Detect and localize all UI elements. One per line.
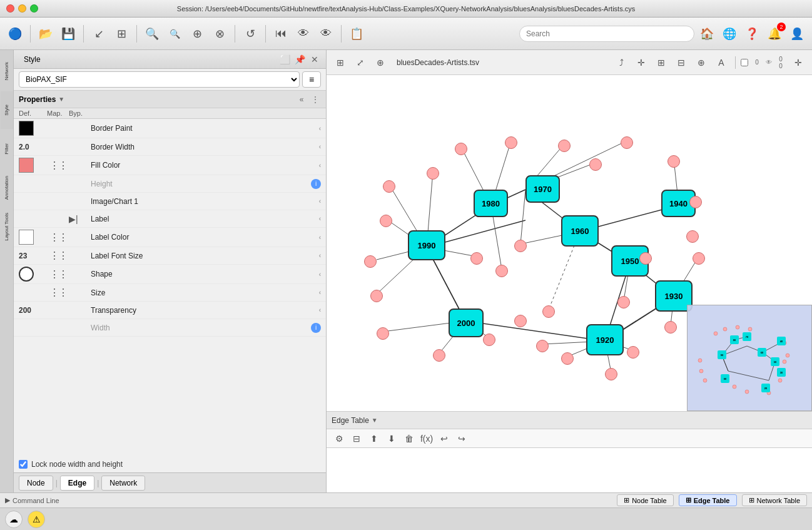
network-side-icon[interactable]: Network xyxy=(1,53,13,90)
style-dropdown-btn[interactable]: Style xyxy=(19,54,46,65)
edge-table-title[interactable]: Edge Table xyxy=(332,416,369,425)
canvas-export-btn[interactable]: ⤴ xyxy=(612,54,630,71)
edge-table-arrow[interactable]: ▼ xyxy=(372,417,378,424)
node-circle-18[interactable] xyxy=(483,334,495,346)
table-settings-icon[interactable]: ⚙ xyxy=(332,431,347,446)
property-height[interactable]: Height i xyxy=(14,175,326,193)
node-circle-6[interactable] xyxy=(621,136,633,149)
style-menu-btn[interactable]: ≡ xyxy=(302,71,321,88)
node-circle-11[interactable] xyxy=(664,321,677,334)
minimize-button[interactable] xyxy=(18,4,26,13)
node-circle-14[interactable] xyxy=(561,352,574,365)
node-1970[interactable]: 1970 xyxy=(525,175,560,203)
annotation-side-icon[interactable]: Annotation xyxy=(1,169,13,206)
lock-checkbox[interactable] xyxy=(19,460,28,469)
lock-label[interactable]: Lock node width and height xyxy=(31,460,123,469)
node-circle-13[interactable] xyxy=(605,368,617,380)
import-icon[interactable]: ↙ xyxy=(89,24,109,44)
zoom-reset-icon[interactable]: ⊗ xyxy=(210,24,230,44)
canvas-move-icon[interactable]: ✛ xyxy=(789,54,807,71)
table-function-icon[interactable]: f(x) xyxy=(419,431,434,446)
user-icon[interactable]: 👤 xyxy=(787,24,807,44)
node-1990[interactable]: 1990 xyxy=(408,230,445,260)
node-circle-15[interactable] xyxy=(536,340,549,352)
property-size[interactable]: ⋮⋮ Size ‹ xyxy=(14,284,326,302)
node-circle-3[interactable] xyxy=(505,136,517,149)
save-icon[interactable]: 💾 xyxy=(58,24,78,44)
node-1960[interactable]: 1960 xyxy=(561,215,599,247)
layout-tools-side-icon[interactable]: Layout Tools xyxy=(1,208,13,245)
canvas-share-icon[interactable]: ⤢ xyxy=(352,54,369,71)
export-icon[interactable]: 📋 xyxy=(347,24,367,44)
node-circle-25[interactable] xyxy=(495,265,508,277)
notification-icon[interactable]: 🔔 2 xyxy=(764,24,784,44)
table-icon[interactable]: ⊞ xyxy=(111,24,131,44)
canvas-checkbox[interactable] xyxy=(741,59,748,66)
canvas-export-icon[interactable]: ⊕ xyxy=(372,54,389,71)
help-icon[interactable]: ❓ xyxy=(742,24,762,44)
property-border-paint[interactable]: Border Paint ‹ xyxy=(14,119,326,138)
style-pin-icon[interactable]: 📌 xyxy=(293,53,306,66)
globe-icon[interactable]: 🌐 xyxy=(719,24,739,44)
tab-network[interactable]: Network xyxy=(101,476,145,491)
node-circle-5[interactable] xyxy=(589,158,602,171)
table-move-icon[interactable]: ↩ xyxy=(437,431,452,446)
style-select[interactable]: BioPAX_SIF xyxy=(19,71,300,88)
table-export-icon[interactable]: ⬇ xyxy=(384,431,399,446)
hide-icon[interactable]: 👁 xyxy=(293,24,313,44)
node-circle-1[interactable] xyxy=(427,167,439,180)
home-icon[interactable]: 🏠 xyxy=(697,24,717,44)
property-transparency[interactable]: 200 Transparency ‹ xyxy=(14,302,326,319)
canvas-select-btn[interactable]: ✛ xyxy=(632,54,650,71)
show-icon[interactable]: 👁 xyxy=(316,24,336,44)
table-import-icon[interactable]: ⬆ xyxy=(367,431,382,446)
warning-btn[interactable]: ⚠ xyxy=(28,511,45,528)
zoom-fit-icon[interactable]: ⊕ xyxy=(187,24,207,44)
close-button[interactable] xyxy=(6,4,14,13)
node-circle-10[interactable] xyxy=(693,252,705,265)
node-circle-19[interactable] xyxy=(433,349,445,362)
node-circle-7[interactable] xyxy=(667,155,680,168)
zoom-out-icon[interactable]: 🔍 xyxy=(165,24,185,44)
node-circle-27[interactable] xyxy=(470,252,483,265)
properties-dropdown-arrow[interactable]: ▼ xyxy=(58,96,64,103)
node-circle-20[interactable] xyxy=(377,327,389,340)
node-circle-9[interactable] xyxy=(686,230,699,243)
node-circle-16[interactable] xyxy=(542,305,555,318)
property-border-width[interactable]: 2.0 Border Width ‹ xyxy=(14,138,326,156)
refresh-icon[interactable]: ↺ xyxy=(240,24,260,44)
node-circle-21[interactable] xyxy=(370,290,383,302)
node-table-btn[interactable]: ⊞ Node Table xyxy=(617,494,673,506)
zoom-in-icon[interactable]: 🔍 xyxy=(142,24,162,44)
property-fill-color[interactable]: ⋮⋮ Fill Color ‹ xyxy=(14,156,326,175)
node-circle-12[interactable] xyxy=(627,346,639,359)
node-circle-22[interactable] xyxy=(364,255,377,268)
property-label-font-size[interactable]: 23 ⋮⋮ Label Font Size ‹ xyxy=(14,247,326,265)
table-split-icon[interactable]: ⊟ xyxy=(349,431,364,446)
style-side-icon[interactable]: Style xyxy=(1,91,13,129)
node-circle-24[interactable] xyxy=(383,180,395,193)
table-move2-icon[interactable]: ↪ xyxy=(454,431,469,446)
node-circle-26[interactable] xyxy=(514,240,527,252)
properties-collapse-icon[interactable]: « xyxy=(296,94,307,105)
canvas-fit-btn[interactable]: ⊞ xyxy=(652,54,670,71)
style-minimize-icon[interactable]: ⬜ xyxy=(278,53,291,66)
tab-edge[interactable]: Edge xyxy=(60,476,94,491)
node-circle-2[interactable] xyxy=(455,143,467,155)
table-delete-icon[interactable]: 🗑 xyxy=(402,431,417,446)
node-circle-17[interactable] xyxy=(514,315,527,327)
back-icon[interactable]: ⏮ xyxy=(271,24,291,44)
canvas-label-btn[interactable]: A xyxy=(713,54,730,71)
tab-node[interactable]: Node xyxy=(19,476,53,491)
node-circle-28[interactable] xyxy=(639,252,652,265)
node-circle-8[interactable] xyxy=(689,196,702,208)
canvas-annotate-btn[interactable]: ⊕ xyxy=(693,54,710,71)
filter-side-icon[interactable]: Filter xyxy=(1,130,13,168)
node-circle-23[interactable] xyxy=(380,215,392,227)
property-width[interactable]: Width i xyxy=(14,319,326,337)
window-controls[interactable] xyxy=(6,4,38,13)
properties-more-icon[interactable]: ⋮ xyxy=(310,94,321,105)
style-close-icon[interactable]: ✕ xyxy=(308,53,321,66)
node-1980[interactable]: 1980 xyxy=(474,190,508,217)
search-input[interactable] xyxy=(519,26,694,42)
